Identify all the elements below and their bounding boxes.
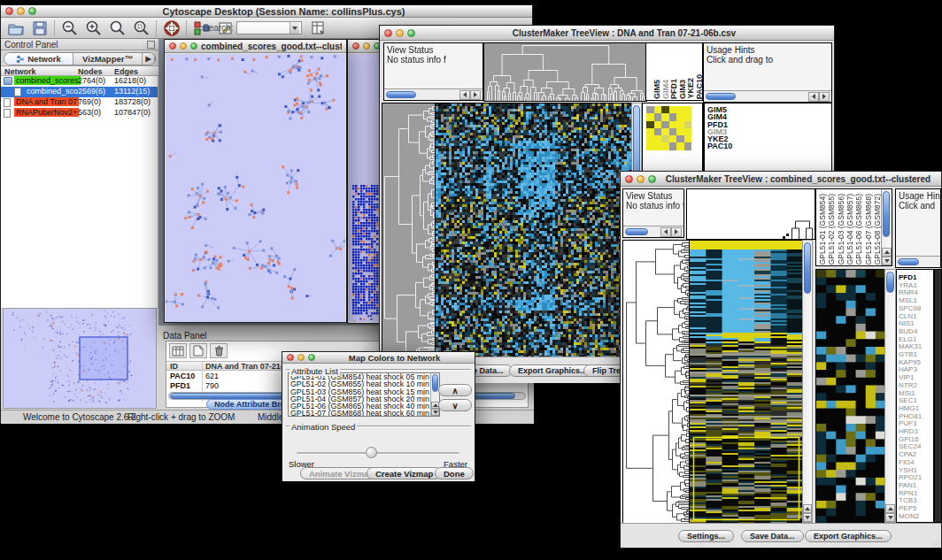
zoom-matrix-cell[interactable]	[684, 113, 692, 120]
treeview2-heatmap-vscrollbar[interactable]	[802, 240, 813, 523]
scroll-thumb[interactable]	[886, 272, 894, 293]
zoom-matrix-cell[interactable]	[661, 106, 669, 113]
zoom-out-icon[interactable]	[60, 19, 79, 37]
maximize-icon[interactable]	[28, 7, 36, 15]
zoom-matrix-cell[interactable]	[654, 142, 662, 150]
scroll-down-icon[interactable]	[431, 409, 439, 416]
delete-attribute-icon[interactable]	[210, 343, 228, 358]
scroll-left-icon[interactable]	[459, 90, 470, 100]
treeview2-button-save-data---[interactable]: Save Data...	[741, 530, 804, 542]
treeview1-button-export-graphics---[interactable]: Export Graphics...	[509, 364, 596, 377]
treeview1-row-dendrogram[interactable]	[382, 103, 436, 358]
zoom-matrix-cell[interactable]	[646, 128, 654, 135]
zoom-matrix-cell[interactable]	[684, 121, 692, 128]
zoom-selected-icon[interactable]	[132, 19, 151, 37]
zoom-matrix-cell[interactable]	[646, 113, 654, 120]
maximize-icon[interactable]	[407, 29, 415, 37]
close-icon[interactable]	[625, 175, 633, 183]
move-down-button[interactable]: ∨	[438, 399, 472, 411]
animation-speed-track[interactable]	[297, 452, 459, 455]
scroll-right-icon[interactable]	[470, 90, 481, 100]
zoom-matrix-cell[interactable]	[684, 128, 692, 135]
dialog-titlebar[interactable]: Map Colors to Network	[282, 352, 475, 364]
network-list-row[interactable]: combined_sco2569(6)13112(15)	[1, 87, 158, 97]
treeview1-heatmap[interactable]	[435, 103, 633, 358]
column-header-edges[interactable]: Edges	[114, 67, 138, 76]
zoom-matrix-cell[interactable]	[654, 113, 662, 120]
usage-hints-hscrollbar[interactable]	[896, 256, 940, 267]
close-icon[interactable]	[169, 42, 176, 50]
zoom-matrix-cell[interactable]	[669, 142, 677, 150]
move-up-button[interactable]: ∧	[438, 384, 472, 396]
scroll-up-icon[interactable]	[803, 504, 812, 513]
maximize-icon[interactable]	[648, 175, 656, 183]
zoom-matrix-cell[interactable]	[654, 106, 662, 113]
attribute-list-vscrollbar[interactable]	[430, 373, 439, 416]
create-vizmap-button[interactable]: Create Vizmap	[367, 467, 442, 479]
maximize-icon[interactable]	[190, 42, 197, 50]
minimize-icon[interactable]	[363, 42, 370, 50]
view-status-hscrollbar[interactable]	[623, 226, 683, 237]
zoom-matrix-cell[interactable]	[661, 135, 669, 142]
zoom-matrix-cell[interactable]	[684, 106, 692, 113]
maximize-icon[interactable]	[308, 354, 315, 361]
zoom-matrix-cell[interactable]	[676, 142, 684, 150]
scroll-left-icon[interactable]	[808, 92, 819, 102]
scroll-up-icon[interactable]	[885, 504, 895, 513]
zoom-matrix-cell[interactable]	[661, 121, 669, 128]
usage-hints-hscrollbar[interactable]	[704, 90, 831, 102]
tab-network[interactable]: Network	[4, 53, 73, 65]
birdseye-view[interactable]	[3, 308, 157, 409]
zoom-fit-icon[interactable]	[108, 19, 127, 37]
scroll-down-icon[interactable]	[803, 513, 812, 522]
close-icon[interactable]	[5, 7, 13, 15]
attribute-list[interactable]: GPL51-01 (GSM854) heat shock 05 minGPL51…	[288, 372, 440, 417]
main-titlebar[interactable]: Cytoscape Desktop (Session Name: collins…	[1, 5, 532, 18]
tab-overflow-button[interactable]: ▶	[143, 53, 155, 65]
treeview2-titlebar[interactable]: ClusterMaker TreeView : combined_scores_…	[621, 172, 941, 187]
zoom-matrix-cell[interactable]	[684, 142, 692, 150]
save-icon[interactable]	[30, 19, 49, 37]
scroll-right-icon[interactable]	[671, 227, 682, 237]
column-labels-vscrollbar[interactable]	[881, 189, 892, 265]
scroll-down-icon[interactable]	[885, 513, 895, 522]
scroll-thumb[interactable]	[804, 242, 811, 294]
zoom-in-icon[interactable]	[84, 19, 103, 37]
zoom-matrix-cell[interactable]	[654, 121, 662, 128]
zoom-matrix-cell[interactable]	[676, 135, 684, 142]
treeview2-right-strip[interactable]	[934, 269, 942, 523]
scroll-thumb[interactable]	[386, 91, 416, 98]
zoom-matrix-cell[interactable]	[646, 106, 654, 113]
zoom-matrix-cell[interactable]	[646, 121, 654, 128]
scroll-thumb[interactable]	[898, 258, 919, 265]
minimize-icon[interactable]	[637, 175, 645, 183]
zoom-matrix-cell[interactable]	[676, 121, 684, 128]
treeview2-button-settings---[interactable]: Settings...	[678, 530, 734, 542]
open-folder-icon[interactable]	[6, 19, 25, 37]
resize-grip[interactable]	[931, 538, 940, 547]
zoom-matrix-cell[interactable]	[676, 106, 684, 113]
view-status-hscrollbar[interactable]	[384, 88, 483, 100]
scroll-left-icon[interactable]	[660, 227, 671, 237]
minimize-icon[interactable]	[17, 7, 25, 15]
minimize-icon[interactable]	[297, 354, 305, 361]
treeview2-row-dendrogram[interactable]	[622, 240, 691, 525]
treeview1-column-dendrogram[interactable]	[483, 42, 647, 102]
scroll-thumb[interactable]	[883, 191, 890, 237]
minimize-icon[interactable]	[180, 42, 187, 50]
zoom-matrix-cell[interactable]	[669, 106, 677, 113]
close-icon[interactable]	[352, 42, 359, 50]
close-icon[interactable]	[287, 354, 294, 361]
animation-speed-thumb[interactable]	[366, 447, 377, 458]
zoom-matrix-cell[interactable]	[669, 128, 677, 135]
network-list-row[interactable]: RNAPuberNov2+563(0)107847(0)	[1, 108, 158, 119]
zoom-matrix-cell[interactable]	[646, 142, 654, 150]
scroll-thumb[interactable]	[625, 228, 648, 235]
search-input[interactable]	[236, 21, 302, 35]
search-dropdown-icon[interactable]	[290, 22, 299, 34]
zoom-matrix-cell[interactable]	[661, 128, 669, 135]
zoom-matrix-cell[interactable]	[669, 121, 677, 128]
tab-vizmapper[interactable]: VizMapper™	[73, 53, 143, 65]
network-list-row[interactable]: combined_scores2764(0)16218(0)	[1, 76, 158, 87]
birdseye-canvas[interactable]	[4, 309, 156, 408]
